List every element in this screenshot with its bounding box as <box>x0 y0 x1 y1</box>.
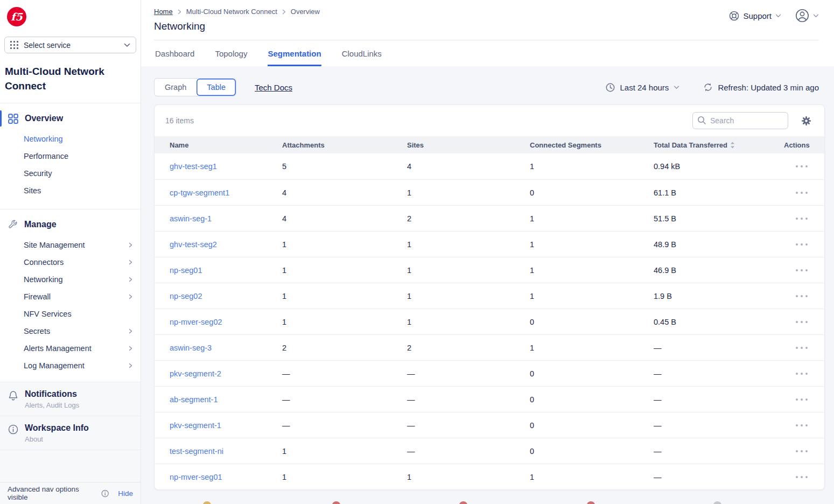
search-input[interactable] <box>692 112 788 129</box>
app-window: f5 Select service Multi-Cloud Network Co… <box>0 0 834 504</box>
notifications-sublabel: Alerts, Audit Logs <box>25 401 79 409</box>
breadcrumb-service[interactable]: Multi-Cloud Network Connect <box>186 8 277 16</box>
column-header-actions[interactable]: Actions <box>784 141 825 149</box>
sidebar-item-alerts-management[interactable]: Alerts Management <box>0 340 141 357</box>
segment-name-link[interactable]: ab-segment-1 <box>170 395 282 404</box>
row-actions-button[interactable] <box>795 346 808 349</box>
tab-cloudlinks[interactable]: CloudLinks <box>342 49 382 66</box>
row-actions-icon <box>795 165 808 168</box>
advanced-nav-text: Advanced nav options visible <box>8 485 97 501</box>
chevron-down-icon <box>124 43 130 47</box>
tech-docs-link[interactable]: Tech Docs <box>255 83 292 92</box>
segment-name-link[interactable]: ghv-test-seg1 <box>170 162 282 171</box>
breadcrumb-overview[interactable]: Overview <box>291 8 320 16</box>
partial-logo-dot <box>459 501 467 504</box>
grid-apps-icon <box>10 41 18 49</box>
row-actions-button[interactable] <box>795 475 808 479</box>
row-actions-button[interactable] <box>795 217 808 220</box>
row-actions-button[interactable] <box>795 320 808 324</box>
segment-name-link[interactable]: aswin-seg-1 <box>170 214 282 223</box>
attachments-value: 1 <box>282 292 407 300</box>
content: GraphTable Tech Docs Last 24 hours <box>141 66 834 504</box>
total-data-value: 51.5 B <box>654 214 784 223</box>
column-label: Name <box>170 141 188 149</box>
breadcrumb-home[interactable]: Home <box>154 8 173 16</box>
tab-topology[interactable]: Topology <box>215 49 247 66</box>
sidebar-item-log-management[interactable]: Log Management <box>0 357 141 374</box>
user-menu[interactable] <box>795 9 819 23</box>
sidebar-item-performance[interactable]: Performance <box>0 148 141 165</box>
tab-dashboard[interactable]: Dashboard <box>155 49 194 66</box>
nav-item-label: Sites <box>24 186 133 195</box>
sidebar-item-overview[interactable]: Overview <box>0 108 141 129</box>
segment-name-link[interactable]: np-mver-seg02 <box>170 318 282 326</box>
view-toggle-graph[interactable]: Graph <box>155 79 197 96</box>
sidebar-item-sites[interactable]: Sites <box>0 182 141 199</box>
row-actions-button[interactable] <box>795 295 808 298</box>
nav-item-label: Security <box>24 169 133 178</box>
row-actions-button[interactable] <box>795 243 808 246</box>
table-header-row: NameAttachmentsSitesConnected SegmentsTo… <box>155 136 824 153</box>
chevron-right-icon <box>128 276 133 283</box>
column-header-total-data-transferred[interactable]: Total Data Transferred <box>654 141 784 149</box>
sidebar-item-security[interactable]: Security <box>0 165 141 182</box>
segment-name-link[interactable]: pkv-segment-1 <box>170 421 282 430</box>
f5-logo[interactable]: f5 <box>0 0 141 28</box>
row-actions-button[interactable] <box>795 191 808 194</box>
segment-name-link[interactable]: pkv-segment-2 <box>170 369 282 378</box>
sort-icon[interactable] <box>730 142 735 149</box>
sidebar-item-networking[interactable]: Networking <box>0 271 141 288</box>
table-settings-button[interactable] <box>801 116 811 126</box>
connected-segments-value: 0 <box>530 447 654 456</box>
sidebar-item-site-management[interactable]: Site Management <box>0 236 141 254</box>
segment-name-link[interactable]: np-seg02 <box>170 292 282 300</box>
view-toggle-table[interactable]: Table <box>197 79 236 96</box>
sidebar-item-networking[interactable]: Networking <box>0 130 141 148</box>
hide-advanced-nav-link[interactable]: Hide <box>118 489 133 498</box>
gear-icon <box>801 116 811 126</box>
sidebar-item-connectors[interactable]: Connectors <box>0 254 141 271</box>
segment-name-link[interactable]: aswin-seg-3 <box>170 344 282 352</box>
sites-value: 1 <box>407 240 530 249</box>
tabs: DashboardTopologySegmentationCloudLinks <box>141 40 834 66</box>
row-actions-button[interactable] <box>795 165 808 168</box>
row-actions-icon <box>795 243 808 246</box>
sidebar-item-notifications[interactable]: Notifications Alerts, Audit Logs <box>0 382 141 416</box>
sidebar-item-workspace-info[interactable]: Workspace Info About <box>0 416 141 450</box>
row-actions-icon <box>795 217 808 220</box>
total-data-value: 61.1 B <box>654 188 784 197</box>
manage-subnav: Site ManagementConnectorsNetworkingFirew… <box>0 235 141 380</box>
search-icon <box>697 116 706 125</box>
table-row: cp-tgw-segment141061.1 B <box>155 179 824 205</box>
sites-value: 1 <box>407 473 530 481</box>
column-header-connected-segments[interactable]: Connected Segments <box>530 141 654 149</box>
sidebar-item-manage[interactable]: Manage <box>0 214 141 235</box>
refresh-button[interactable]: Refresh: Updated 3 min ago <box>703 82 819 92</box>
segment-name-link[interactable]: ghv-test-seg2 <box>170 240 282 249</box>
breadcrumb: Home Multi-Cloud Network Connect Overvie… <box>154 8 320 16</box>
column-header-attachments[interactable]: Attachments <box>282 141 407 149</box>
total-data-value: — <box>654 344 784 352</box>
select-service-dropdown[interactable]: Select service <box>4 37 136 53</box>
sidebar-item-firewall[interactable]: Firewall <box>0 288 141 305</box>
row-actions-button[interactable] <box>795 398 808 401</box>
column-header-name[interactable]: Name <box>170 141 282 149</box>
time-range-dropdown[interactable]: Last 24 hours <box>606 83 679 92</box>
tab-segmentation[interactable]: Segmentation <box>268 49 321 66</box>
support-menu[interactable]: Support <box>729 11 781 21</box>
sidebar-item-nfv-services[interactable]: NFV Services <box>0 305 141 323</box>
segment-name-link[interactable]: np-seg01 <box>170 266 282 275</box>
total-data-value: 1.9 B <box>654 292 784 300</box>
connected-segments-value: 1 <box>530 214 654 223</box>
chevron-right-icon <box>128 345 133 352</box>
row-actions-button[interactable] <box>795 372 808 375</box>
column-header-sites[interactable]: Sites <box>407 141 530 149</box>
sidebar-item-secrets[interactable]: Secrets <box>0 323 141 340</box>
nav-item-label: NFV Services <box>24 310 133 318</box>
segment-name-link[interactable]: test-segment-ni <box>170 447 282 456</box>
row-actions-button[interactable] <box>795 424 808 427</box>
row-actions-button[interactable] <box>795 450 808 453</box>
row-actions-button[interactable] <box>795 269 808 272</box>
segment-name-link[interactable]: cp-tgw-segment1 <box>170 188 282 197</box>
segment-name-link[interactable]: np-mver-seg01 <box>170 473 282 481</box>
